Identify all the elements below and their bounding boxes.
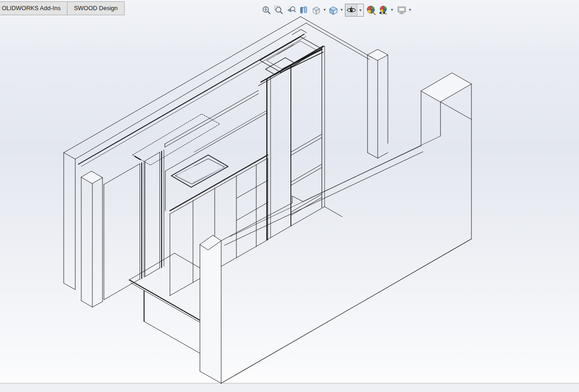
floor-line [0, 383, 579, 392]
hide-show-items-button[interactable] [345, 4, 357, 16]
view-settings-button[interactable] [396, 4, 407, 16]
zoom-to-fit-button[interactable] [260, 4, 272, 16]
dynamic-annotation-views-button[interactable] [310, 4, 322, 16]
model-front-wall-end[interactable] [200, 235, 221, 383]
model-countertop-sink[interactable] [165, 113, 268, 214]
zoom-to-fit-icon [261, 5, 271, 15]
zoom-to-area-icon [274, 5, 284, 15]
kitchen-model-scene[interactable] [0, 0, 579, 392]
model-left-end-panel[interactable] [81, 171, 103, 307]
previous-view-button[interactable] [285, 4, 297, 16]
command-manager-tabs: OLIDWORKS Add-Ins SWOOD Design [0, 1, 125, 15]
solidworks-window: { "tabs": [ { "label": "OLIDWORKS Add-In… [0, 0, 579, 392]
apply-scene-button[interactable] [378, 4, 389, 16]
tab-solidworks-add-ins[interactable]: OLIDWORKS Add-Ins [0, 1, 67, 15]
model-shelf-cabinet[interactable] [267, 46, 342, 240]
hide-show-items-group: ▼ [345, 4, 364, 17]
dynamic-annotation-views-icon [311, 5, 321, 15]
view-orientation-dropdown[interactable]: ▼ [339, 4, 344, 16]
model-upper-shelf[interactable] [165, 90, 266, 152]
tab-swood-design[interactable]: SWOOD Design [67, 1, 125, 15]
previous-view-icon [286, 5, 296, 15]
view-orientation-button[interactable] [327, 4, 339, 16]
view-settings-icon [397, 5, 407, 15]
section-view-button[interactable] [298, 4, 309, 16]
model-right-rear-wall[interactable] [368, 49, 388, 158]
edit-appearance-icon [366, 5, 376, 15]
model-right-wall[interactable] [221, 136, 471, 383]
edit-appearance-button[interactable] [365, 4, 377, 16]
dynamic-annotation-views-dropdown[interactable]: ▼ [322, 4, 327, 16]
model-wall-top-items[interactable] [133, 30, 323, 165]
view-settings-dropdown[interactable]: ▼ [408, 4, 412, 16]
hide-show-items-icon [346, 5, 356, 15]
zoom-to-area-button[interactable] [273, 4, 284, 16]
apply-scene-icon [379, 5, 389, 15]
model-right-corner-wall[interactable] [421, 73, 471, 239]
graphics-area[interactable] [0, 0, 579, 392]
heads-up-view-toolbar: ▼ ▼ ▼ [260, 3, 412, 18]
view-orientation-icon [328, 5, 338, 15]
hide-show-items-dropdown[interactable]: ▼ [357, 4, 363, 16]
section-view-icon [299, 5, 309, 15]
apply-scene-dropdown[interactable]: ▼ [390, 4, 394, 16]
